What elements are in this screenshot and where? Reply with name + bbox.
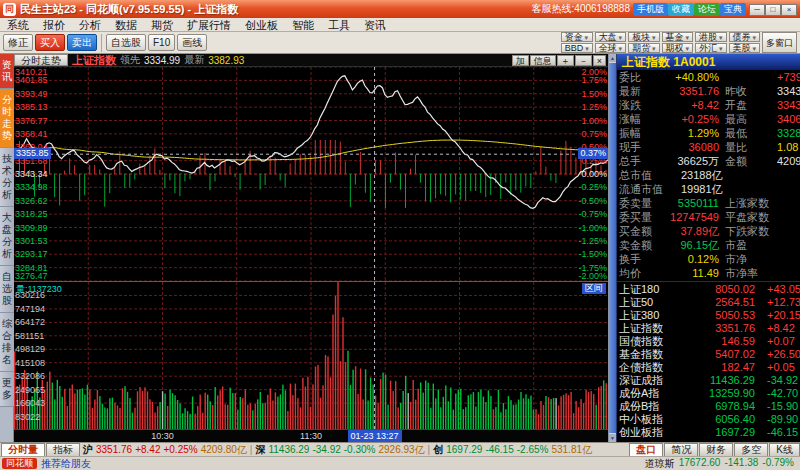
market-button[interactable]: 大盘 ▾ — [595, 32, 626, 42]
stat-value: 37.89亿 — [657, 224, 719, 238]
index-row[interactable]: 上证502564.51+12.73 — [617, 296, 800, 309]
close-chart-button[interactable]: × — [593, 55, 606, 66]
sidebar-item-watchlist[interactable]: 自选股 — [0, 266, 14, 313]
sidebar-item-minute[interactable]: 分时走势 — [0, 89, 14, 148]
menu-item-报价[interactable]: 报价 — [36, 18, 72, 32]
buy-button[interactable]: 买入 — [35, 34, 65, 51]
sidebar-item-news[interactable]: 资讯 — [0, 54, 14, 89]
drawline-button[interactable]: 画线 — [177, 34, 207, 51]
scroll-up-icon[interactable]: ▲ — [609, 54, 616, 62]
scroll-down-icon[interactable]: ▼ — [609, 434, 616, 442]
tab-profile[interactable]: 简况 — [664, 443, 698, 456]
fund-button[interactable]: 基金 ▾ — [662, 32, 693, 42]
sidebar-item-technical[interactable]: 技术分析 — [0, 148, 14, 207]
sidebar-item-ranking[interactable]: 综合排名 — [0, 313, 14, 372]
market-value: 3351.76 — [96, 444, 132, 455]
app-logo-icon: 同 — [3, 3, 16, 16]
options-button[interactable]: 期权 ▾ — [662, 43, 693, 53]
close-button[interactable]: × — [781, 4, 797, 16]
quote-stat-row: 涨跌+8.42开盘3343.39 — [617, 98, 800, 112]
tab-order-book[interactable]: 盘口 — [629, 443, 663, 456]
tab-minute-chart-header[interactable]: 分时走势 — [14, 54, 68, 66]
market-value: 11436.29 — [268, 444, 309, 455]
tab-finance[interactable]: 财务 — [699, 443, 733, 456]
index-row[interactable]: 成份B指6978.94-15.90 — [617, 400, 800, 413]
menu-item-分析[interactable]: 分析 — [72, 18, 108, 32]
menu-item-资讯[interactable]: 资讯 — [357, 18, 393, 32]
quote-stat-row: 均价11.49市净率 — [617, 266, 800, 280]
stat-label: 现手 — [617, 140, 657, 154]
overlay-button[interactable]: 加 — [512, 55, 529, 66]
titlebar-button-宝典[interactable]: 宝典 — [720, 3, 746, 16]
stat-value — [775, 238, 800, 252]
watchlist-button[interactable]: 自选股 — [106, 34, 146, 51]
multi-window-button[interactable]: 多窗口 — [762, 32, 797, 53]
index-row[interactable]: 企债指数182.47+0.05 — [617, 361, 800, 374]
titlebar-button-手机版[interactable]: 手机版 — [633, 3, 668, 16]
price-pane[interactable]: 3410.212.00%3401.851.75%3393.491.50%3385… — [14, 67, 608, 281]
sell-button[interactable]: 卖出 — [67, 34, 97, 51]
index-row[interactable]: 上证指数3351.76+8.42 — [617, 322, 800, 335]
index-row[interactable]: 国债指数146.59+0.07 — [617, 335, 800, 348]
index-row[interactable]: 深证成指11436.29-34.92 — [617, 374, 800, 387]
quote-stat-row: 振幅1.29%最低3328.31 — [617, 126, 800, 140]
menu-item-智能[interactable]: 智能 — [285, 18, 321, 32]
funds-button[interactable]: 资金 ▾ — [561, 32, 593, 42]
hk-button[interactable]: 港股 ▾ — [695, 32, 726, 42]
tab-minute-volume[interactable]: 分时量 — [1, 443, 45, 456]
sidebar-item-market[interactable]: 大盘分析 — [0, 207, 14, 266]
quote-cap-row: 流通市值19981亿 — [617, 182, 800, 196]
bond-button[interactable]: 债券 ▾ — [729, 32, 760, 42]
index-row[interactable]: 创业板指1697.29-46.15 — [617, 426, 800, 439]
maximize-button[interactable]: □ — [765, 4, 781, 16]
index-row[interactable]: 基金指数5407.02+26.50 — [617, 348, 800, 361]
index-value: 6978.94 — [679, 400, 755, 413]
chevron-down-icon: ▾ — [650, 34, 655, 41]
menu-item-数据[interactable]: 数据 — [108, 18, 144, 32]
stat-value: 36080 — [657, 140, 719, 154]
scrollbar-thumb[interactable] — [609, 63, 616, 433]
index-row[interactable]: 上证3805050.53+20.15 — [617, 309, 800, 322]
quote-panel-title: 上证指数 1A0001 — [617, 54, 800, 70]
vertical-scrollbar[interactable]: ▲ ▼ — [608, 54, 616, 442]
correct-button[interactable]: 修正 — [3, 34, 33, 51]
menu-item-工具[interactable]: 工具 — [321, 18, 357, 32]
us-button[interactable]: 美股 ▾ — [729, 43, 760, 53]
index-row[interactable]: 上证1808050.02+43.05 — [617, 283, 800, 296]
info-button[interactable]: 信息 — [530, 55, 556, 66]
volume-pane[interactable]: 量:1137230 区间 830216747194664172581151498… — [14, 281, 608, 429]
index-row[interactable]: 中小板指6056.40-89.90 — [617, 413, 800, 426]
f10-button[interactable]: F10 — [148, 34, 175, 51]
menu-item-创业板[interactable]: 创业板 — [238, 18, 285, 32]
chart-stock-name: 上证指数 — [72, 53, 116, 68]
zoom-in-button[interactable]: ＋ — [557, 55, 574, 66]
index-name: 中小板指 — [617, 413, 679, 426]
bbd-button[interactable]: BBD ▾ — [561, 43, 593, 53]
tab-kline[interactable]: K线 — [769, 443, 800, 456]
index-row[interactable]: 成份A指13259.90-42.70 — [617, 387, 800, 400]
recommend-link[interactable]: 推荐给朋友 — [41, 457, 91, 470]
tab-indicator[interactable]: 指标 — [46, 443, 80, 456]
toolbar-pair: 资金 ▾BBD ▾ — [561, 32, 593, 53]
bottom-tabs-row: 分时量指标 沪3351.76+8.42+0.25%4209.80亿|深11436… — [0, 442, 800, 456]
menu-item-系统[interactable]: 系统 — [0, 18, 36, 32]
stat-label: 委比 — [617, 70, 657, 84]
minimize-button[interactable]: ─ — [749, 4, 765, 16]
menu-item-期货[interactable]: 期货 — [144, 18, 180, 32]
market-change: +8.42 — [135, 444, 160, 455]
titlebar-button-收藏[interactable]: 收藏 — [668, 3, 694, 16]
toolbar-pair: 基金 ▾期权 ▾ — [662, 32, 693, 53]
menu-item-扩展行情[interactable]: 扩展行情 — [180, 18, 238, 32]
futures-button[interactable]: 期货 ▾ — [628, 43, 659, 53]
tab-long-short[interactable]: 多空 — [734, 443, 768, 456]
sector-button[interactable]: 板块 ▾ — [628, 32, 659, 42]
range-button[interactable]: 区间 — [582, 283, 606, 294]
ths-logo[interactable]: 同花顺 — [2, 458, 37, 469]
titlebar-button-论坛[interactable]: 论坛 — [694, 3, 720, 16]
menu-bar: 系统报价分析数据期货扩展行情创业板智能工具资讯 — [0, 18, 800, 32]
global-button[interactable]: 全球 ▾ — [595, 43, 626, 53]
quote-stat-row: 涨幅+0.25%最高3406.75 — [617, 112, 800, 126]
zoom-out-button[interactable]: － — [575, 55, 592, 66]
forex-button[interactable]: 外汇 ▾ — [695, 43, 726, 53]
sidebar-item-more[interactable]: 更多 — [0, 372, 14, 407]
